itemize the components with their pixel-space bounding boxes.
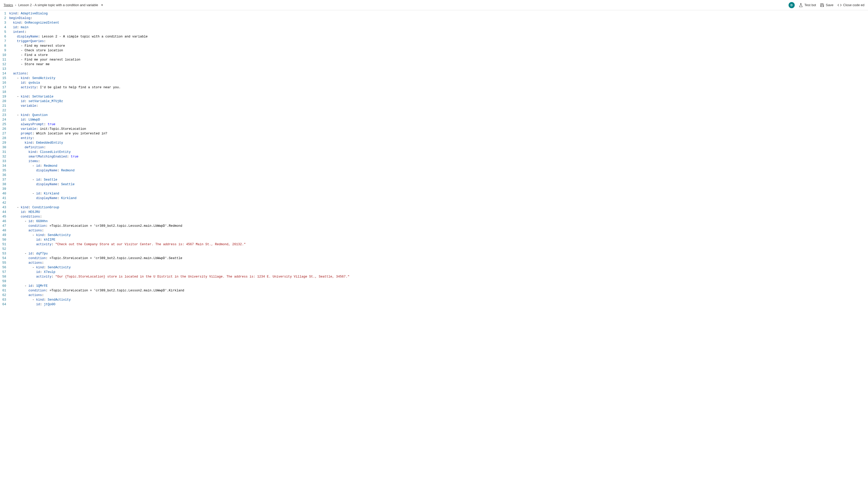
chevron-right-icon: › bbox=[15, 3, 16, 7]
save-label: Save bbox=[826, 3, 833, 7]
save-icon bbox=[820, 3, 824, 7]
breadcrumb: Topics › Lesson 2 - A simple topic with … bbox=[4, 3, 104, 7]
topbar-actions: D Test bot Save Close code ed bbox=[788, 2, 864, 8]
code-body[interactable]: kind: AdaptiveDialog beginDialog: kind: … bbox=[8, 10, 349, 308]
topbar: Topics › Lesson 2 - A simple topic with … bbox=[0, 0, 868, 10]
test-bot-label: Test bot bbox=[804, 3, 816, 7]
save-button[interactable]: Save bbox=[820, 3, 833, 7]
code-editor[interactable]: 1 2 3 4 5 6 7 8 9 10 11 12 13 14 15 16 1… bbox=[0, 10, 868, 308]
flask-icon bbox=[799, 3, 803, 7]
code-icon bbox=[837, 3, 842, 7]
breadcrumb-root[interactable]: Topics bbox=[4, 3, 13, 7]
chevron-down-icon[interactable]: ▾ bbox=[100, 3, 104, 7]
test-bot-button[interactable]: Test bot bbox=[799, 3, 816, 7]
close-code-editor-button[interactable]: Close code ed bbox=[837, 3, 864, 7]
line-number-gutter: 1 2 3 4 5 6 7 8 9 10 11 12 13 14 15 16 1… bbox=[0, 10, 8, 308]
avatar[interactable]: D bbox=[788, 2, 795, 8]
close-code-label: Close code ed bbox=[843, 3, 864, 7]
breadcrumb-current: Lesson 2 - A simple topic with a conditi… bbox=[18, 3, 98, 7]
